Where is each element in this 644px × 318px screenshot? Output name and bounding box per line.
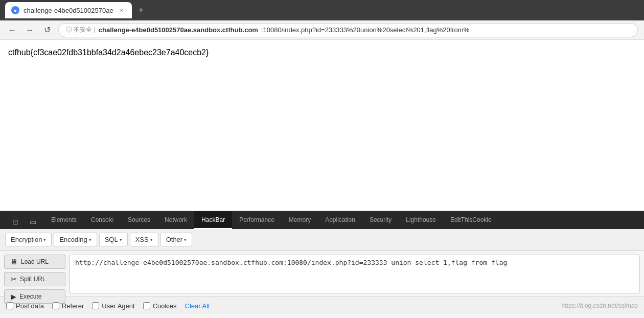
tab-hackbar[interactable]: HackBar xyxy=(194,211,232,229)
hackbar-actions: 🖥 Load URL ✂ Split URL ▶ Execute xyxy=(4,255,65,292)
tab-sources[interactable]: Sources xyxy=(121,211,157,229)
post-data-checkbox-label[interactable]: Post data xyxy=(6,302,44,310)
hackbar-footer-left: Post data Referer User Agent Cookies Cle… xyxy=(6,302,210,310)
referer-checkbox-label[interactable]: Referer xyxy=(52,302,84,310)
page-content: ctfhub{cf3cae02fdb31bbfa34d2a46ebec23e7a… xyxy=(0,40,644,215)
split-url-icon: ✂ xyxy=(11,275,17,283)
devtools-action-icons: ⊡ ▭ xyxy=(4,215,44,229)
tab-close-button[interactable]: × xyxy=(118,6,126,14)
back-button[interactable]: ← xyxy=(6,24,18,36)
address-input[interactable]: ⓘ 不安全 | challenge-e4be0d51002570ae.sandb… xyxy=(58,23,638,37)
other-dropdown-arrow: ▾ xyxy=(184,237,187,242)
browser-chrome: ● challenge-e4be0d51002570ae × + xyxy=(0,0,644,20)
encryption-menu[interactable]: Encryption ▾ xyxy=(5,233,52,246)
split-url-button[interactable]: ✂ Split URL xyxy=(4,272,65,286)
execute-icon: ▶ xyxy=(11,292,16,301)
tab-memory[interactable]: Memory xyxy=(282,211,318,229)
hackbar-footer: Post data Referer User Agent Cookies Cle… xyxy=(0,297,644,314)
tab-favicon: ● xyxy=(11,6,19,14)
user-agent-checkbox-label[interactable]: User Agent xyxy=(92,302,134,310)
sql-menu[interactable]: SQL ▾ xyxy=(99,233,128,246)
cursor-icon[interactable]: ⊡ xyxy=(8,215,22,229)
sql-dropdown-arrow: ▾ xyxy=(120,237,122,242)
hackbar-url-input[interactable] xyxy=(70,255,640,293)
insecure-badge: ⓘ 不安全 | xyxy=(66,26,96,34)
reload-button[interactable]: ↺ xyxy=(41,24,53,36)
devtools-tabs: ⊡ ▭ Elements Console Sources Network Hac… xyxy=(0,211,644,229)
tab-network[interactable]: Network xyxy=(157,211,194,229)
referer-checkbox[interactable] xyxy=(52,302,59,309)
cookies-checkbox[interactable] xyxy=(143,302,150,309)
tab-label: challenge-e4be0d51002570ae xyxy=(24,7,113,14)
active-tab[interactable]: ● challenge-e4be0d51002570ae × xyxy=(5,2,132,18)
encryption-dropdown-arrow: ▾ xyxy=(43,237,46,242)
tab-elements[interactable]: Elements xyxy=(44,211,84,229)
xss-menu[interactable]: XSS ▾ xyxy=(130,233,158,246)
other-menu[interactable]: Other ▾ xyxy=(160,233,193,246)
forward-button[interactable]: → xyxy=(24,24,36,36)
post-data-checkbox[interactable] xyxy=(6,302,13,309)
csdn-link: https://blog.csdn.net/sqlmap xyxy=(562,302,638,309)
encoding-dropdown-arrow: ▾ xyxy=(89,237,91,242)
tab-bar: ● challenge-e4be0d51002570ae × + xyxy=(5,2,148,18)
address-bar: ← → ↺ ⓘ 不安全 | challenge-e4be0d51002570ae… xyxy=(0,20,644,40)
tab-security[interactable]: Security xyxy=(362,211,399,229)
xss-dropdown-arrow: ▾ xyxy=(150,237,153,242)
address-domain: challenge-e4be0d51002570ae.sandbox.ctfhu… xyxy=(99,26,258,34)
devtools-panel: ⊡ ▭ Elements Console Sources Network Hac… xyxy=(0,211,644,318)
tab-editthiscookie[interactable]: EditThisCookie xyxy=(443,211,499,229)
flag-text: ctfhub{cf3cae02fdb31bbfa34d2a46ebec23e7a… xyxy=(8,48,636,57)
encoding-menu[interactable]: Encoding ▾ xyxy=(54,233,97,246)
user-agent-checkbox[interactable] xyxy=(92,302,99,309)
device-icon[interactable]: ▭ xyxy=(26,215,40,229)
tab-application[interactable]: Application xyxy=(318,211,362,229)
clear-all-button[interactable]: Clear All xyxy=(185,302,210,310)
tab-lighthouse[interactable]: Lighthouse xyxy=(399,211,443,229)
tab-performance[interactable]: Performance xyxy=(232,211,282,229)
new-tab-button[interactable]: + xyxy=(134,3,148,17)
address-path: :10080/index.php?id=233333%20union%20sel… xyxy=(261,26,469,34)
tab-console[interactable]: Console xyxy=(84,211,121,229)
hackbar-body: 🖥 Load URL ✂ Split URL ▶ Execute xyxy=(0,251,644,297)
hackbar-url-area xyxy=(70,255,640,292)
load-url-icon: 🖥 xyxy=(11,258,18,266)
hackbar-menu: Encryption ▾ Encoding ▾ SQL ▾ XSS ▾ Othe… xyxy=(0,229,644,251)
load-url-button[interactable]: 🖥 Load URL xyxy=(4,255,65,269)
cookies-checkbox-label[interactable]: Cookies xyxy=(143,302,177,310)
